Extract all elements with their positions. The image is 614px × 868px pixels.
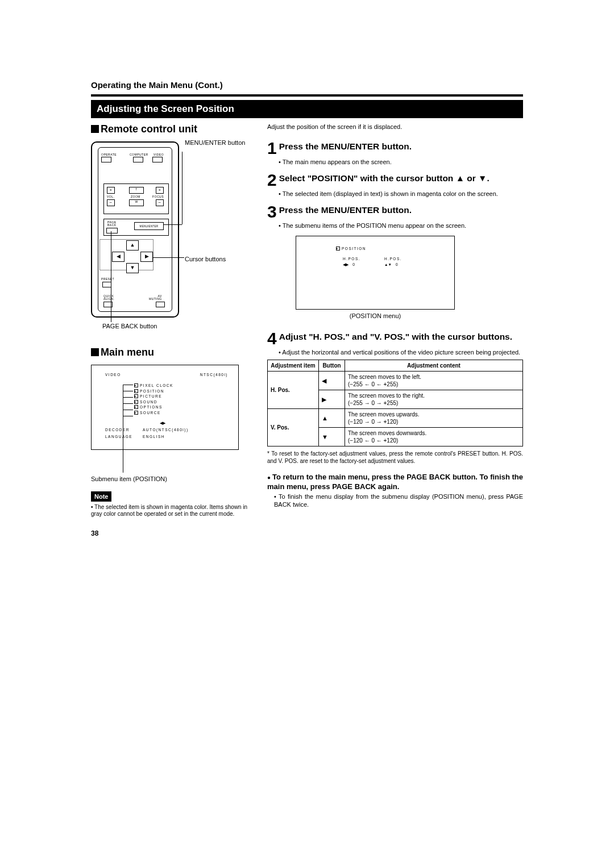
th-item: Adjustment item <box>268 360 319 372</box>
callout-submenu: Submenu item (POSITION) <box>91 475 256 483</box>
mainmenu-heading: Main menu <box>91 346 256 359</box>
btn-cursor-down: ▼ <box>126 263 139 273</box>
step-body: The selected item (displayed in text) is… <box>279 190 523 198</box>
osd-item: POSITION <box>140 389 164 393</box>
breadcrumb-header: Operating the Main Menu (Cont.) <box>91 80 523 91</box>
note-label: Note <box>91 491 111 502</box>
intro-text: Adjust the position of the screen if it … <box>267 123 523 131</box>
step-number: 4 <box>267 330 277 347</box>
label-video: VIDEO <box>154 153 164 157</box>
remote-control-diagram: OPERATE COMPUTER VIDEO + VOL. − T ZOOM W… <box>91 141 179 318</box>
osd-header-left: VIDEO <box>105 373 121 377</box>
note-text: • The selected item is shown in magenta … <box>91 504 256 518</box>
btn-cursor-up: ▲ <box>126 240 139 251</box>
position-submenu-diagram: ▸POSITION H.POS. ◀▶ 0 H.POS. ▲▼ 0 <box>296 236 455 310</box>
adjustment-table: Adjustment item Button Adjustment conten… <box>267 360 523 446</box>
osd-item: PIXEL CLOCK <box>140 383 173 387</box>
td-content: The screen moves to the right. (−255 → 0… <box>345 390 523 409</box>
osd-language-label: LANGUAGE <box>105 435 132 439</box>
td-content: The screen moves upwards. (−120 → 0 → +1… <box>345 409 523 428</box>
step-number: 3 <box>267 203 277 220</box>
remote-heading: Remote control unit <box>91 123 256 136</box>
step-title: Press the MENU/ENTER button. <box>279 205 412 220</box>
btn-focusminus: − <box>156 199 164 206</box>
step-title: Select "POSITION" with the cursor button… <box>279 173 489 189</box>
page-number: 38 <box>91 529 523 539</box>
main-menu-osd: VIDEO NTSC(480i) ▸PIXEL CLOCK ▸POSITION … <box>91 365 239 450</box>
label-computer: COMPUTER <box>130 153 148 157</box>
btn-cursor-right: ▶ <box>140 252 153 262</box>
td-content: The screen moves to the left. (−255 ← 0 … <box>345 372 523 390</box>
label-pageback: PAGEBACK <box>107 221 117 227</box>
btn-operate <box>101 157 111 162</box>
osd-decoder-label: DECODER <box>105 428 130 432</box>
label-operate: OPERATE <box>101 153 117 157</box>
btn-zoom-w: W <box>129 199 144 206</box>
td-item: V. Pos. <box>268 409 319 446</box>
osd-item: SOUND <box>140 400 157 404</box>
td-item: H. Pos. <box>268 372 319 409</box>
btn-menuenter: MENU/ENTER <box>134 222 164 230</box>
btn-avmuting <box>156 302 165 307</box>
step-body: Adjust the horizontal and vertical posit… <box>279 348 523 356</box>
td-btn: ▶ <box>319 390 345 409</box>
step-number: 2 <box>267 172 277 189</box>
btn-computer <box>133 157 143 162</box>
td-btn: ◀ <box>319 372 345 390</box>
position-menu-caption: (POSITION menu) <box>296 312 455 320</box>
osd-header-right: NTSC(480i) <box>200 373 228 377</box>
callout-cursor: Cursor buttons <box>185 255 226 263</box>
label-zoom: ZOOM <box>131 195 140 199</box>
label-focus: FOCUS <box>152 195 164 199</box>
btn-volminus: − <box>107 199 115 206</box>
callout-menu-enter: MENU/ENTER button <box>185 139 245 147</box>
step-title: Press the MENU/ENTER button. <box>279 141 412 157</box>
td-btn: ▼ <box>319 428 345 446</box>
return-body: To finish the menu display from the subm… <box>274 493 523 509</box>
section-title-bar: Adjusting the Screen Position <box>91 100 523 118</box>
osd-item: PICTURE <box>140 394 162 398</box>
td-btn: ▲ <box>319 409 345 428</box>
osd-arrows: ◀▶ <box>160 421 165 425</box>
osd-item: OPTIONS <box>140 405 163 409</box>
btn-cursor-left: ◀ <box>112 252 125 262</box>
osd-decoder-value: AUTO(NTSC(480i)) <box>143 428 189 432</box>
step-body: The submenu items of the POSITION menu a… <box>279 222 523 229</box>
callout-pageback: PAGE BACK button <box>102 322 157 330</box>
btn-pageback <box>106 228 118 233</box>
btn-preset <box>102 282 111 287</box>
btn-video <box>152 157 163 162</box>
step-number: 1 <box>267 140 277 157</box>
btn-zoom-t: T <box>129 187 144 194</box>
label-avmuting: AVMUTING <box>149 295 162 301</box>
th-button: Button <box>319 360 345 372</box>
osd-item: SOURCE <box>140 411 161 415</box>
btn-focusplus: + <box>156 187 164 194</box>
th-content: Adjustment content <box>345 360 523 372</box>
divider-stripe <box>91 94 523 97</box>
reset-note: * To reset to the factory-set adjustment… <box>267 450 523 465</box>
osd-language-value: ENGLISH <box>143 435 165 439</box>
label-vol: VOL. <box>107 195 114 199</box>
btn-volplus: + <box>107 187 115 194</box>
label-quickalign: QUICKALIGN. <box>103 295 114 301</box>
step-body: The main menu appears on the screen. <box>279 158 523 166</box>
label-preset: PRESET <box>101 277 114 281</box>
td-content: The screen moves downwards. (−120 ← 0 ← … <box>345 428 523 446</box>
step-title: Adjust "H. POS." and "V. POS." with the … <box>279 332 512 347</box>
return-heading: To return to the main menu, press the PA… <box>267 473 523 492</box>
